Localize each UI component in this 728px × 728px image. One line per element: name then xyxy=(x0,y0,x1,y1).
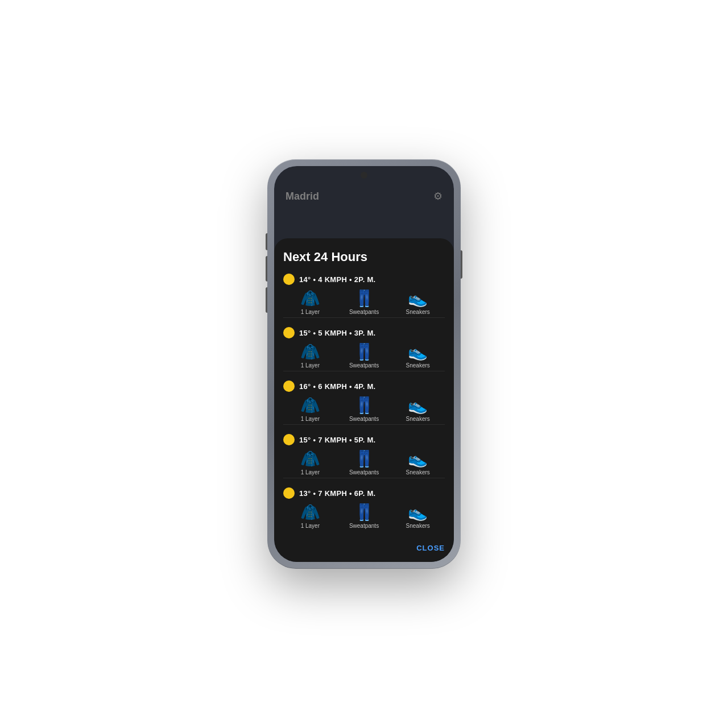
clothing-item-1-layer: 🧥1 Layer xyxy=(283,504,337,529)
close-button-container[interactable]: CLOSE xyxy=(283,538,445,553)
clothing-label: 1 Layer xyxy=(301,309,320,315)
row-divider xyxy=(283,317,445,318)
clothing-label: Sweatpants xyxy=(349,416,379,422)
forecast-list: 14° • 4 KMPH • 2P. M.🧥1 Layer👖Sweatpants… xyxy=(283,274,445,529)
clothing-label: Sneakers xyxy=(406,523,430,529)
volume-down-button xyxy=(266,287,267,313)
sun-icon xyxy=(283,487,295,499)
clothing-item-sweatpants: 👖Sweatpants xyxy=(337,504,391,529)
power-button xyxy=(461,250,462,279)
clothing-label: Sweatpants xyxy=(349,362,379,369)
clothing-emoji: 👟 xyxy=(408,504,428,520)
forecast-row-3: 16° • 6 KMPH • 4P. M.🧥1 Layer👖Sweatpants… xyxy=(283,380,445,425)
phone-frame: Madrid ⚙ Next 24 Hours 14° • 4 KMPH • 2P… xyxy=(267,159,461,569)
clothing-row-3: 🧥1 Layer👖Sweatpants👟Sneakers xyxy=(283,398,445,422)
clothing-item-sneakers: 👟Sneakers xyxy=(391,504,445,529)
clothing-label: Sweatpants xyxy=(349,469,379,475)
clothing-label: 1 Layer xyxy=(301,523,320,529)
clothing-label: Sneakers xyxy=(406,362,430,369)
row-divider xyxy=(283,371,445,371)
clothing-item-sweatpants: 👖Sweatpants xyxy=(337,344,391,369)
clothing-emoji: 👖 xyxy=(354,451,374,467)
clothing-row-4: 🧥1 Layer👖Sweatpants👟Sneakers xyxy=(283,451,445,475)
clothing-row-5: 🧥1 Layer👖Sweatpants👟Sneakers xyxy=(283,504,445,529)
clothing-emoji: 👟 xyxy=(408,344,428,360)
forecast-info-2: 15° • 5 KMPH • 3P. M. xyxy=(299,329,376,337)
phone-screen: Madrid ⚙ Next 24 Hours 14° • 4 KMPH • 2P… xyxy=(274,166,454,562)
clothing-emoji: 🧥 xyxy=(300,451,320,467)
clothing-label: Sneakers xyxy=(406,416,430,422)
clothing-label: 1 Layer xyxy=(301,362,320,369)
clothing-label: Sweatpants xyxy=(349,523,379,529)
forecast-row-2: 15° • 5 KMPH • 3P. M.🧥1 Layer👖Sweatpants… xyxy=(283,327,445,371)
forecast-modal: Next 24 Hours 14° • 4 KMPH • 2P. M.🧥1 La… xyxy=(274,238,454,562)
sun-icon xyxy=(283,380,295,392)
mute-button xyxy=(266,233,267,250)
clothing-row-1: 🧥1 Layer👖Sweatpants👟Sneakers xyxy=(283,291,445,315)
clothing-emoji: 👟 xyxy=(408,451,428,467)
clothing-item-sneakers: 👟Sneakers xyxy=(391,291,445,315)
forecast-info-3: 16° • 6 KMPH • 4P. M. xyxy=(299,382,376,391)
clothing-emoji: 👖 xyxy=(354,344,374,360)
clothing-label: 1 Layer xyxy=(301,416,320,422)
clothing-emoji: 👟 xyxy=(408,291,428,307)
volume-up-button xyxy=(266,256,267,282)
sun-icon xyxy=(283,274,295,285)
clothing-item-1-layer: 🧥1 Layer xyxy=(283,344,337,369)
sun-icon xyxy=(283,434,295,445)
forecast-info-5: 13° • 7 KMPH • 6P. M. xyxy=(299,489,376,498)
clothing-emoji: 🧥 xyxy=(300,504,320,520)
clothing-label: Sweatpants xyxy=(349,309,379,315)
clothing-item-1-layer: 🧥1 Layer xyxy=(283,291,337,315)
clothing-emoji: 👖 xyxy=(354,291,374,307)
row-divider xyxy=(283,478,445,478)
clothing-item-1-layer: 🧥1 Layer xyxy=(283,451,337,475)
clothing-emoji: 👖 xyxy=(354,398,374,413)
forecast-info-4: 15° • 7 KMPH • 5P. M. xyxy=(299,436,376,444)
close-button[interactable]: CLOSE xyxy=(416,544,445,552)
clothing-item-sweatpants: 👖Sweatpants xyxy=(337,398,391,422)
clothing-emoji: 🧥 xyxy=(300,344,320,360)
clothing-label: 1 Layer xyxy=(301,469,320,475)
forecast-row-1: 14° • 4 KMPH • 2P. M.🧥1 Layer👖Sweatpants… xyxy=(283,274,445,318)
forecast-row-5: 13° • 7 KMPH • 6P. M.🧥1 Layer👖Sweatpants… xyxy=(283,487,445,529)
clothing-item-sweatpants: 👖Sweatpants xyxy=(337,451,391,475)
clothing-label: Sneakers xyxy=(406,309,430,315)
clothing-emoji: 🧥 xyxy=(300,398,320,413)
clothing-emoji: 👟 xyxy=(408,398,428,413)
clothing-item-sweatpants: 👖Sweatpants xyxy=(337,291,391,315)
sun-icon xyxy=(283,327,295,338)
clothing-row-2: 🧥1 Layer👖Sweatpants👟Sneakers xyxy=(283,344,445,369)
modal-title: Next 24 Hours xyxy=(283,250,445,264)
clothing-item-sneakers: 👟Sneakers xyxy=(391,451,445,475)
clothing-item-1-layer: 🧥1 Layer xyxy=(283,398,337,422)
row-divider xyxy=(283,424,445,425)
clothing-label: Sneakers xyxy=(406,469,430,475)
clothing-item-sneakers: 👟Sneakers xyxy=(391,398,445,422)
clothing-item-sneakers: 👟Sneakers xyxy=(391,344,445,369)
clothing-emoji: 👖 xyxy=(354,504,374,520)
forecast-info-1: 14° • 4 KMPH • 2P. M. xyxy=(299,275,376,284)
forecast-row-4: 15° • 7 KMPH • 5P. M.🧥1 Layer👖Sweatpants… xyxy=(283,434,445,478)
camera-notch xyxy=(361,172,367,179)
clothing-emoji: 🧥 xyxy=(300,291,320,307)
